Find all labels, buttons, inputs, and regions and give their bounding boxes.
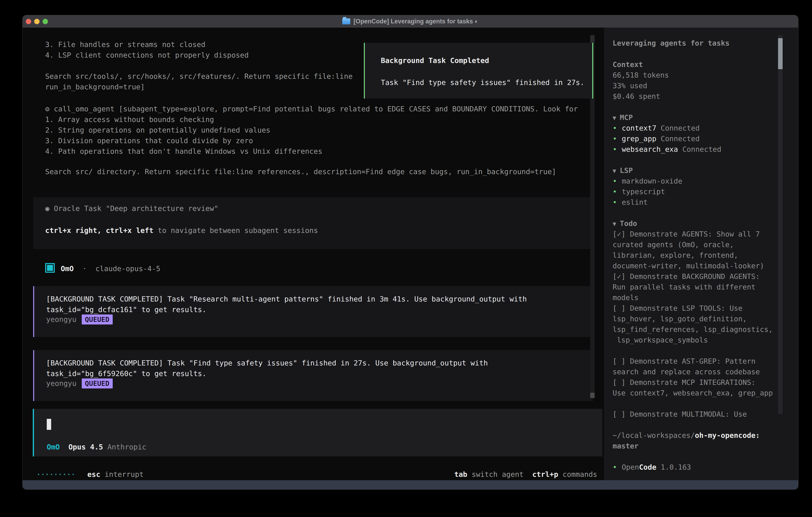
agent-square-icon [45, 263, 55, 273]
todo-line: curated agents (OmO, oracle, [613, 239, 734, 250]
todo-line-active: lsp_workspace_symbols [613, 335, 708, 345]
queued-status-badge: QUEUED [82, 315, 113, 324]
lsp-item: •eslint [613, 197, 648, 208]
terminal-line: 4. Path operations that don't handle Win… [45, 146, 322, 157]
session-title: Leveraging agents for tasks [613, 38, 729, 48]
tool-call-line: ⚙ call_omo_agent [subagent_type=explore,… [45, 104, 578, 114]
terminal-line: 3. File handles or streams not closed [45, 39, 205, 50]
todo-line-active: lsp_find_references, lsp_diagnostics, [613, 324, 773, 335]
hint-text: to navigate between subagent sessions [153, 226, 318, 235]
input-provider-name: Anthropic [107, 443, 146, 451]
status-dot-icon: • [613, 463, 617, 471]
terminal-line: Search src/ directory. Return specific f… [45, 166, 556, 177]
todo-line-active: lsp_hover, lsp_goto_definition, [613, 314, 747, 324]
todo-line: search and replace across codebase [613, 366, 760, 377]
context-used: 33% used [613, 80, 647, 91]
text-cursor [47, 419, 51, 430]
main-scrollbar-thumb[interactable] [590, 393, 594, 398]
mcp-item: •grep_app Connected [613, 133, 700, 144]
terminal-line: 1. Array access without bounds checking [45, 114, 214, 125]
terminal-line: Search src/tools/, src/hooks/, src/featu… [45, 71, 353, 82]
status-dot-icon: • [613, 177, 617, 185]
terminal-line: 3. Division operations that could divide… [45, 135, 253, 146]
task-author: yeongyu [46, 315, 77, 324]
version-row: •OpenCode 1.0.163 [613, 462, 691, 472]
todo-line: Run parallel tasks with different [613, 282, 755, 292]
todo-line-active: [ ] Demonstrate LSP TOOLS: Use [613, 303, 743, 314]
gear-icon: ⚙ [45, 105, 50, 113]
background-task-message: [BACKGROUND TASK COMPLETED] Task "Resear… [33, 286, 593, 337]
agent-model: claude-opus-4-5 [95, 265, 160, 273]
oracle-hint-line: ctrl+x right, ctrl+x left to navigate be… [45, 225, 318, 236]
prompt-input[interactable]: OmO Opus 4.5 Anthropic [33, 409, 602, 456]
todo-line: document-writer, multimodal-looker) [613, 261, 764, 271]
todo-line: Use context7, websearch_exa, grep_app [613, 388, 773, 398]
separator-dot: · [82, 265, 87, 273]
ctrlp-action-label: commands [563, 470, 597, 479]
todo-line: [ ] Demonstrate MULTIMODAL: Use [613, 409, 747, 419]
lsp-item: •markdown-oxide [613, 176, 682, 186]
context-spent: $0.46 spent [613, 91, 660, 102]
titlebar: [OpenCode] Leveraging agents for tasks ◐ [23, 15, 798, 28]
folder-icon [342, 19, 350, 24]
status-dot-icon: • [613, 124, 617, 132]
context-tokens: 66,518 tokens [613, 70, 669, 80]
window-title: [OpenCode] Leveraging agents for tasks ◐ [23, 15, 798, 28]
task-message-line: [BACKGROUND TASK COMPLETED] Task "Find t… [46, 358, 488, 368]
tab-key-hint: tab [454, 470, 467, 479]
mcp-item: •websearch_exa Connected [613, 144, 721, 155]
mcp-item: •context7 Connected [613, 123, 700, 133]
record-circle-icon: ◉ [45, 204, 50, 213]
task-message-line: task_id="bg_dcfac161" to get results. [46, 304, 206, 315]
todo-line: [ ] Demonstrate AST-GREP: Pattern [613, 356, 755, 366]
oracle-task-title: ◉ Oracle Task "Deep architecture review" [45, 203, 219, 214]
statusbar-left: ·········esc interrupt [36, 469, 144, 480]
todo-section-header[interactable]: ▼Todo [613, 218, 637, 229]
context-header: Context [613, 59, 643, 70]
agent-header-row: OmO · claude-opus-4-5 [45, 263, 161, 274]
input-agent-name: OmO [47, 443, 60, 451]
tab-action-label: switch agent [471, 470, 523, 479]
statusbar-right: tab switch agent ctrl+p commands [454, 469, 597, 480]
desktop: [OpenCode] Leveraging agents for tasks ◐… [0, 0, 812, 517]
lsp-section-header[interactable]: ▼LSP [613, 165, 633, 176]
status-dot-icon: • [613, 135, 617, 143]
agent-name: OmO [61, 265, 74, 273]
background-task-message: [BACKGROUND TASK COMPLETED] Task "Find t… [33, 350, 593, 401]
esc-action-label: interrupt [105, 470, 144, 479]
queued-status-badge: QUEUED [82, 378, 113, 388]
status-dot-icon: • [613, 188, 617, 196]
collapse-triangle-icon: ▼ [613, 167, 616, 174]
todo-line: [ ] Demonstrate MCP INTEGRATIONS: [613, 377, 755, 388]
task-message-line: task_id="bg_6f59260c" to get results. [46, 368, 206, 379]
task-message-meta: yeongyuQUEUED [46, 378, 113, 389]
sidebar-scrollbar-track[interactable] [778, 35, 783, 414]
todo-line: [✓] Demonstrate BACKGROUND AGENTS: [613, 271, 760, 282]
main-scrollbar-thumb-top[interactable] [590, 35, 594, 43]
esc-key-hint: esc [87, 470, 100, 479]
git-branch: master [613, 441, 639, 451]
lsp-item: •typescript [613, 186, 665, 197]
opencode-terminal-window: [OpenCode] Leveraging agents for tasks ◐… [22, 15, 799, 490]
input-model-row: OmO Opus 4.5 Anthropic [47, 442, 146, 452]
task-message-line: [BACKGROUND TASK COMPLETED] Task "Resear… [46, 294, 527, 304]
workspace-path: ~/local-workspaces/oh-my-opencode: [613, 430, 760, 441]
status-dot-icon: • [613, 145, 617, 153]
todo-line: models [613, 292, 639, 303]
collapse-triangle-icon: ▼ [613, 220, 616, 227]
tool-call-text: call_omo_agent [subagent_type=explore, p… [54, 105, 578, 113]
collapse-triangle-icon: ▼ [613, 114, 616, 121]
todo-line: librarian, explore, frontend, [613, 250, 738, 261]
window-title-text: [OpenCode] Leveraging agents for tasks ◐ [353, 18, 478, 25]
terminal-line: 2. String operations on potentially unde… [45, 125, 270, 135]
mcp-section-header[interactable]: ▼MCP [613, 112, 633, 123]
notification-body: Task "Find type safety issues" finished … [381, 77, 584, 88]
task-author: yeongyu [46, 379, 77, 387]
window-bottom-edge [23, 480, 798, 489]
ctrlp-key-hint: ctrl+p [532, 470, 558, 479]
task-message-meta: yeongyuQUEUED [46, 314, 113, 325]
terminal-line: run_in_background=true] [45, 82, 145, 92]
input-model-name: Opus 4.5 [68, 443, 103, 451]
session-sidebar: Leveraging agents for tasks Context 66,5… [604, 28, 798, 480]
sidebar-scrollbar-thumb[interactable] [778, 38, 783, 69]
